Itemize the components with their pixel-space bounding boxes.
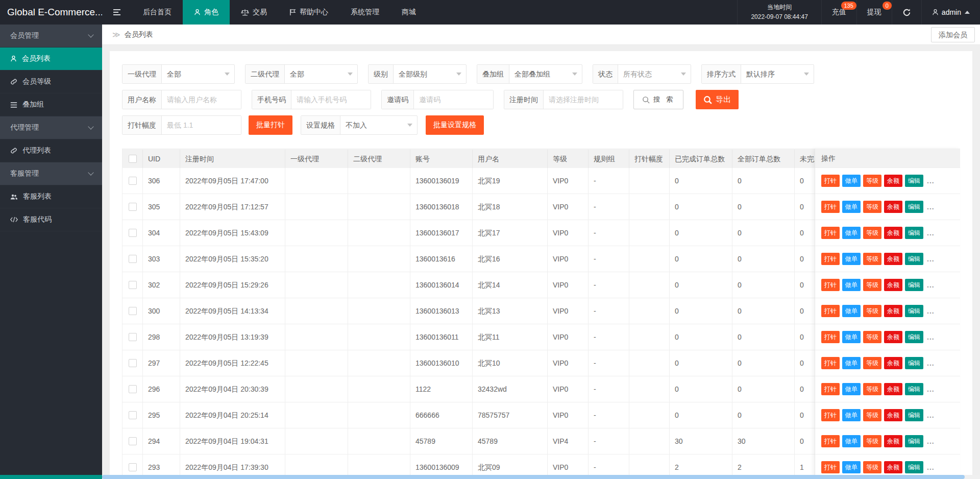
make-order-action-button[interactable]: 做单 [842, 279, 861, 291]
row-checkbox[interactable] [129, 359, 137, 367]
more-actions-button[interactable]: ... [927, 437, 935, 445]
make-order-action-button[interactable]: 做单 [842, 357, 861, 369]
level-action-button[interactable]: 等级 [863, 175, 881, 187]
make-order-action-button[interactable]: 做单 [842, 409, 861, 421]
make-order-action-button[interactable]: 做单 [842, 461, 861, 473]
more-actions-button[interactable]: ... [927, 463, 935, 471]
make-order-action-button[interactable]: 做单 [842, 175, 861, 187]
make-order-action-button[interactable]: 做单 [842, 435, 861, 447]
row-checkbox[interactable] [129, 437, 137, 445]
stack-group-select[interactable]: 全部叠加组 [509, 65, 582, 83]
reg-time-input[interactable] [544, 90, 623, 109]
more-actions-button[interactable]: ... [927, 281, 935, 289]
edit-action-button[interactable]: 编辑 [905, 435, 923, 447]
nav-item-dashboard[interactable]: 后台首页 [132, 0, 183, 25]
more-actions-button[interactable]: ... [927, 229, 935, 237]
row-checkbox[interactable] [129, 463, 137, 471]
make-order-action-button[interactable]: 做单 [842, 201, 861, 213]
more-actions-button[interactable]: ... [927, 307, 935, 315]
inject-action-button[interactable]: 打针 [821, 461, 840, 473]
sidebar-item-service-list[interactable]: 客服列表 [0, 185, 102, 208]
balance-action-button[interactable]: 余额 [884, 253, 902, 265]
row-checkbox[interactable] [129, 229, 137, 237]
level-action-button[interactable]: 等级 [863, 409, 881, 421]
make-order-action-button[interactable]: 做单 [842, 227, 861, 239]
edit-action-button[interactable]: 编辑 [905, 461, 923, 473]
phone-input[interactable] [291, 90, 371, 109]
more-actions-button[interactable]: ... [927, 333, 935, 341]
inject-action-button[interactable]: 打针 [821, 253, 840, 265]
balance-action-button[interactable]: 余额 [884, 331, 902, 343]
inject-action-button[interactable]: 打针 [821, 175, 840, 187]
sidebar-item-stack-group[interactable]: 叠加组 [0, 93, 102, 116]
inject-action-button[interactable]: 打针 [821, 227, 840, 239]
agent2-select[interactable]: 全部 [285, 65, 357, 83]
inject-action-button[interactable]: 打针 [821, 305, 840, 317]
sidebar-section-member-mgmt[interactable]: 会员管理 [0, 25, 102, 47]
level-action-button[interactable]: 等级 [863, 383, 881, 395]
balance-action-button[interactable]: 余额 [884, 227, 902, 239]
level-action-button[interactable]: 等级 [863, 435, 881, 447]
username-input[interactable] [162, 90, 241, 109]
withdraw-button[interactable]: 提现 0 [856, 0, 892, 25]
add-member-button[interactable]: 添加会员 [931, 27, 975, 42]
agent1-select[interactable]: 全部 [162, 65, 234, 83]
balance-action-button[interactable]: 余额 [884, 409, 902, 421]
more-actions-button[interactable]: ... [927, 411, 935, 419]
inject-action-button[interactable]: 打针 [821, 201, 840, 213]
sidebar-section-agent-mgmt[interactable]: 代理管理 [0, 116, 102, 139]
inject-action-button[interactable]: 打针 [821, 383, 840, 395]
level-action-button[interactable]: 等级 [863, 357, 881, 369]
more-actions-button[interactable]: ... [927, 203, 935, 211]
more-actions-button[interactable]: ... [927, 255, 935, 263]
row-checkbox[interactable] [129, 177, 137, 185]
inject-action-button[interactable]: 打针 [821, 435, 840, 447]
balance-action-button[interactable]: 余额 [884, 461, 902, 473]
level-action-button[interactable]: 等级 [863, 201, 881, 213]
sidebar-section-service-mgmt[interactable]: 客服管理 [0, 162, 102, 185]
search-button[interactable]: 搜 索 [633, 90, 683, 109]
level-action-button[interactable]: 等级 [863, 305, 881, 317]
row-checkbox[interactable] [129, 307, 137, 315]
edit-action-button[interactable]: 编辑 [905, 383, 923, 395]
balance-action-button[interactable]: 余额 [884, 435, 902, 447]
nav-item-roles[interactable]: 角色 [183, 0, 230, 25]
edit-action-button[interactable]: 编辑 [905, 357, 923, 369]
more-actions-button[interactable]: ... [927, 359, 935, 367]
recharge-button[interactable]: 充值 135 [821, 0, 856, 25]
batch-spec-button[interactable]: 批量设置规格 [426, 115, 484, 135]
inject-action-button[interactable]: 打针 [821, 331, 840, 343]
invite-code-input[interactable] [414, 90, 493, 109]
level-action-button[interactable]: 等级 [863, 253, 881, 265]
select-all-checkbox[interactable] [129, 155, 137, 163]
balance-action-button[interactable]: 余额 [884, 175, 902, 187]
nav-item-system[interactable]: 系统管理 [339, 0, 390, 25]
more-actions-button[interactable]: ... [927, 177, 935, 185]
edit-action-button[interactable]: 编辑 [905, 201, 923, 213]
inject-action-button[interactable]: 打针 [821, 409, 840, 421]
make-order-action-button[interactable]: 做单 [842, 383, 861, 395]
status-select[interactable]: 所有状态 [618, 65, 691, 83]
more-actions-button[interactable]: ... [927, 385, 935, 393]
export-button[interactable]: 导出 [696, 90, 739, 109]
nav-item-mall[interactable]: 商城 [390, 0, 427, 25]
row-checkbox[interactable] [129, 255, 137, 263]
level-action-button[interactable]: 等级 [863, 331, 881, 343]
user-menu[interactable]: admin [921, 0, 980, 25]
make-order-action-button[interactable]: 做单 [842, 305, 861, 317]
sidebar-item-service-code[interactable]: 客服代码 [0, 208, 102, 231]
balance-action-button[interactable]: 余额 [884, 305, 902, 317]
level-action-button[interactable]: 等级 [863, 227, 881, 239]
row-checkbox[interactable] [129, 333, 137, 341]
balance-action-button[interactable]: 余额 [884, 201, 902, 213]
make-order-action-button[interactable]: 做单 [842, 253, 861, 265]
edit-action-button[interactable]: 编辑 [905, 279, 923, 291]
inject-range-input[interactable] [162, 116, 241, 134]
sidebar-item-agent-list[interactable]: 代理列表 [0, 139, 102, 162]
inject-action-button[interactable]: 打针 [821, 357, 840, 369]
row-checkbox[interactable] [129, 411, 137, 419]
edit-action-button[interactable]: 编辑 [905, 409, 923, 421]
batch-inject-button[interactable]: 批量打针 [249, 115, 292, 135]
sidebar-item-member-list[interactable]: 会员列表 [0, 47, 102, 70]
sort-select[interactable]: 默认排序 [741, 65, 814, 83]
